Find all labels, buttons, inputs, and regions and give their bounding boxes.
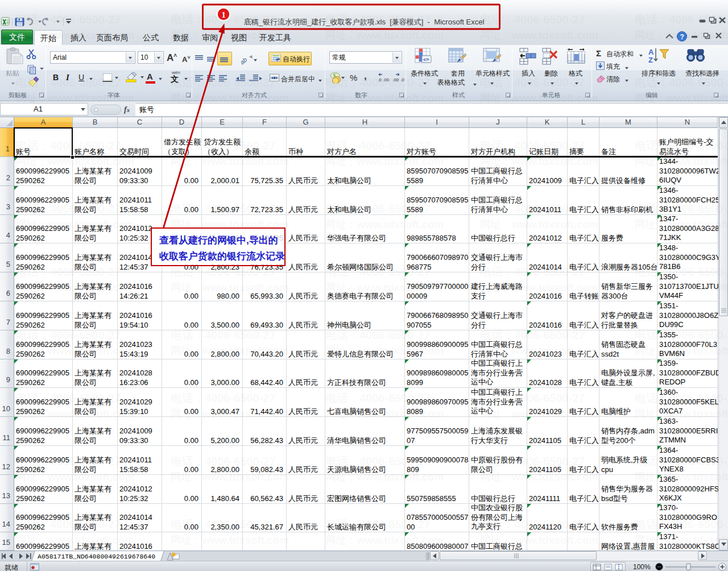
svg-text:A: A	[648, 48, 654, 56]
svg-text:ab: ab	[240, 56, 249, 65]
svg-text:<=: <=	[423, 57, 429, 63]
svg-text:Z: Z	[648, 56, 653, 64]
